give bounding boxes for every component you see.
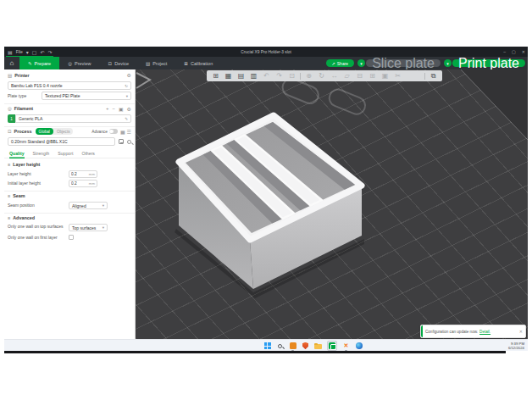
- app-logo-icon: ▤: [8, 49, 13, 55]
- tab-others[interactable]: Others: [81, 148, 95, 158]
- add-plate-icon[interactable]: ▦: [222, 70, 235, 81]
- lay-on-face-icon[interactable]: ▱: [341, 70, 353, 81]
- calibration-icon: ⊞: [184, 61, 188, 66]
- file-menu[interactable]: File: [16, 49, 23, 54]
- tab-preview[interactable]: ◎ Preview: [59, 57, 99, 69]
- section-icon: ≡: [8, 162, 10, 167]
- move-icon[interactable]: ⊕: [302, 70, 315, 81]
- file-menu-caret-icon[interactable]: ▾: [26, 49, 29, 55]
- only-one-wall-top-dropdown[interactable]: Top surfaces ▾: [69, 224, 108, 231]
- tab-label: Calibration: [191, 61, 213, 66]
- process-scope-toggle[interactable]: Global Objects: [36, 128, 74, 135]
- printer-preset-dropdown[interactable]: Bambu Lab P1S 0.4 nozzle ↻: [8, 81, 131, 90]
- toolbar-separator: [424, 73, 425, 80]
- tab-calibration[interactable]: ⊞ Calibration: [175, 57, 221, 69]
- taskbar-search[interactable]: [276, 342, 284, 350]
- tab-label: Project: [152, 61, 167, 66]
- undo-icon[interactable]: ↶: [40, 49, 44, 55]
- clone-icon[interactable]: ⊡: [285, 70, 298, 81]
- tab-strength[interactable]: Strength: [33, 148, 50, 158]
- section-icon: ≡: [8, 193, 10, 198]
- taskbar-file-explorer[interactable]: [314, 342, 322, 350]
- assembly-view-icon[interactable]: ⧉: [427, 70, 440, 81]
- home-button[interactable]: ⌂: [4, 57, 19, 69]
- model-holder-3slot[interactable]: [179, 115, 362, 289]
- slice-plate-button[interactable]: Slice plate: [366, 59, 441, 67]
- slice-options-caret-icon[interactable]: ▾: [357, 59, 365, 67]
- process-section-header: ⊡ Process Global Objects Advance ▦ ☰: [4, 126, 135, 136]
- advance-toggle[interactable]: [109, 129, 118, 134]
- print-plate-button[interactable]: Print plate: [452, 59, 525, 67]
- taskbar-app-orange[interactable]: [289, 342, 296, 350]
- scale-icon[interactable]: ↔: [328, 70, 341, 81]
- new-project-icon[interactable]: ▢: [32, 49, 37, 55]
- minimize-button[interactable]: –: [503, 49, 506, 54]
- filament-settings-gear-icon[interactable]: ⚙: [127, 106, 131, 112]
- print-plate-split-button: ▾ Print plate: [444, 59, 525, 67]
- split-to-parts-icon[interactable]: ⊞: [366, 70, 379, 81]
- param-list-icon[interactable]: ☰: [127, 129, 131, 135]
- taskbar-security[interactable]: [302, 342, 309, 350]
- shield-icon: [302, 342, 309, 350]
- undo-icon[interactable]: ↶: [260, 70, 273, 81]
- tab-support[interactable]: Support: [58, 148, 73, 158]
- cut-icon[interactable]: ✂: [391, 70, 404, 81]
- redo-icon[interactable]: ↷: [47, 49, 52, 55]
- process-preset-dropdown[interactable]: 0.20mm Standard @BBL X1C: [8, 137, 115, 146]
- filament-color-swatch[interactable]: 1: [8, 114, 15, 123]
- process-icon: ⊡: [8, 129, 12, 134]
- printer-settings-gear-icon[interactable]: ⚙: [127, 72, 131, 78]
- auto-orient-icon[interactable]: ▤: [235, 70, 247, 81]
- clock-date: 6/12/2024: [508, 346, 524, 350]
- print-options-caret-icon[interactable]: ▾: [444, 59, 452, 67]
- share-button[interactable]: ↗ Share: [326, 59, 355, 67]
- layer-height-input[interactable]: [71, 172, 85, 176]
- notification-close-icon[interactable]: ✕: [519, 329, 523, 334]
- scope-objects[interactable]: Objects: [53, 130, 74, 134]
- split-to-objects-icon[interactable]: ⊟: [353, 70, 366, 81]
- save-preset-icon[interactable]: [119, 139, 124, 144]
- scope-global[interactable]: Global: [36, 128, 53, 135]
- preview-icon: ◎: [68, 61, 72, 66]
- remove-filament-icon[interactable]: −: [112, 106, 115, 111]
- printer-section-header: ▤ Printer ⚙: [4, 70, 135, 80]
- plate-type-value: Textured PEI Plate: [45, 93, 80, 98]
- taskbar-edge[interactable]: [355, 342, 363, 350]
- tab-quality[interactable]: Quality: [9, 148, 25, 158]
- only-one-wall-first-layer-checkbox[interactable]: [69, 235, 74, 240]
- seam-position-dropdown[interactable]: Aligned ▾: [69, 202, 108, 209]
- taskbar-clock[interactable]: 9:39 PM 6/12/2024: [508, 342, 524, 351]
- notification-detail-link[interactable]: Detail.: [479, 330, 490, 334]
- restore-button[interactable]: ▢: [512, 49, 516, 54]
- param-table-icon[interactable]: ▦: [120, 129, 125, 135]
- taskbar-bambu-studio[interactable]: [327, 341, 337, 351]
- rotate-icon[interactable]: ↻: [315, 70, 328, 81]
- search-params-icon[interactable]: [127, 140, 131, 144]
- screen-bottom-edge: [4, 351, 506, 353]
- add-object-icon[interactable]: ⊞: [209, 70, 222, 81]
- project-icon: ▤: [146, 61, 150, 66]
- seam-section: ≡ Seam: [4, 191, 135, 200]
- plate-type-dropdown[interactable]: Textured PEI Plate ▾: [42, 92, 131, 100]
- viewport-3d[interactable]: ⊞ ▦ ▤ ▥ ↶ ↷ ⊡ ⊕ ↻ ↔ ▱ ⊟ ⊞ ▣ ✂ ⧉: [136, 69, 528, 339]
- initial-layer-height-input[interactable]: [71, 181, 85, 186]
- variable-layer-height-icon[interactable]: ▣: [379, 70, 391, 81]
- desktop-screen: ▤ File ▾ ▢ ↶ ↷ Crucial X9 Pro Holder-3 s…: [4, 47, 528, 353]
- flushing-volumes-icon[interactable]: ▣: [119, 106, 124, 112]
- close-button[interactable]: ✕: [522, 49, 525, 54]
- add-filament-icon[interactable]: +: [106, 106, 109, 111]
- plate-right-edge: [461, 69, 528, 140]
- tab-project[interactable]: ▤ Project: [137, 57, 175, 69]
- device-icon: ⊡: [108, 61, 113, 66]
- redo-icon[interactable]: ↷: [273, 70, 285, 81]
- arrange-icon[interactable]: ▥: [247, 70, 260, 81]
- edit-filament-icon[interactable]: ✎: [125, 117, 128, 121]
- start-button[interactable]: [263, 342, 271, 350]
- filament-dropdown[interactable]: Generic PLA ✎: [15, 114, 131, 123]
- tab-device[interactable]: ⊡ Device: [100, 57, 137, 69]
- taskbar-app-x[interactable]: ✕: [342, 342, 350, 350]
- home-icon: ⌂: [10, 59, 14, 67]
- tab-prepare[interactable]: ✎ Prepare: [19, 57, 59, 69]
- filament-icon: ◎: [8, 106, 12, 111]
- chevron-down-icon: ▾: [103, 225, 104, 230]
